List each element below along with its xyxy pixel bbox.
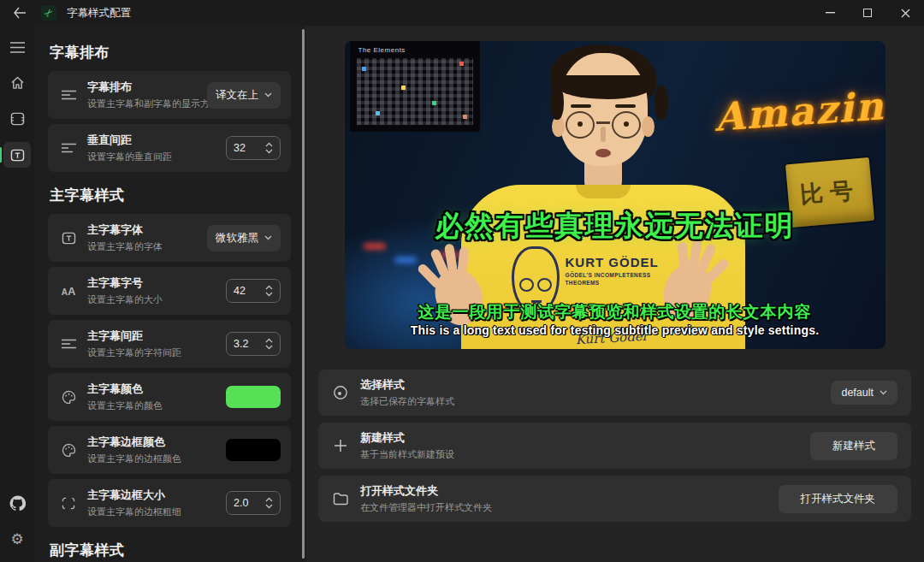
- back-arrow-icon: [13, 7, 27, 19]
- main-font-size-stepper[interactable]: 42: [226, 279, 281, 303]
- stepper-chevrons-icon[interactable]: [265, 338, 273, 350]
- setting-desc: 设置主字幕的边框粗细: [87, 506, 217, 518]
- shirt-print-text: KURT GÖDEL GÖDEL'S INCOMPLETENESS THEORE…: [566, 255, 659, 286]
- settings-panel: 字幕排布 字幕排布 设置主字幕和副字幕的显示方式 译文在上: [34, 26, 306, 562]
- close-button[interactable]: [886, 0, 924, 26]
- stepper-chevrons-icon[interactable]: [265, 497, 273, 509]
- setting-title: 字幕排布: [87, 80, 198, 95]
- setting-title: 主字幕字号: [87, 275, 217, 291]
- setting-main-border-size: 主字幕边框大小 设置主字幕的边框粗细 2.0: [48, 479, 291, 527]
- menu-button[interactable]: [3, 34, 31, 60]
- setting-desc: 设置主字幕的边框颜色: [87, 453, 217, 465]
- presenter-hair-lock: [550, 86, 564, 120]
- style-target-icon: [332, 385, 349, 400]
- row-desc: 基于当前样式新建预设: [360, 448, 454, 461]
- subtitle-secondary: 这是一段用于测试字幕预览和样式设置的长文本内容: [345, 301, 886, 323]
- setting-title: 主字幕字体: [87, 222, 198, 238]
- row-title: 打开样式文件夹: [360, 483, 492, 499]
- back-button[interactable]: [10, 3, 29, 22]
- setting-title: 主字幕边框大小: [87, 488, 217, 503]
- active-indicator: [0, 147, 2, 163]
- font-family-box-icon: [58, 232, 79, 245]
- new-style-button[interactable]: 新建样式: [810, 432, 897, 460]
- vertical-spacing-icon: [58, 143, 79, 153]
- stepper-value: 3.2: [234, 338, 248, 350]
- stepper-value: 42: [234, 285, 246, 297]
- app-logo-icon: ✂: [41, 5, 56, 21]
- nav-home[interactable]: [3, 70, 31, 96]
- window-title: 字幕样式配置: [67, 6, 131, 21]
- select-value: 微软雅黑: [216, 231, 258, 246]
- row-desc: 在文件管理器中打开样式文件夹: [360, 501, 492, 514]
- github-icon: [9, 495, 26, 512]
- stepper-value: 32: [234, 142, 246, 154]
- maximize-icon: [863, 9, 872, 17]
- setting-desc: 设置主字幕的大小: [87, 293, 217, 306]
- section-subtitle-arrangement: 字幕排布: [50, 43, 291, 62]
- nav-subtitle-style[interactable]: [3, 142, 31, 168]
- setting-desc: 设置主字幕和副字幕的显示方式: [87, 98, 198, 110]
- settings-button[interactable]: ⚙: [3, 526, 31, 552]
- main-area: The Elements Amazin 比号: [306, 26, 924, 562]
- titlebar: ✂ 字幕样式配置: [0, 0, 924, 26]
- main-border-size-stepper[interactable]: 2.0: [226, 491, 281, 515]
- nav-media[interactable]: [3, 106, 31, 132]
- github-link[interactable]: [3, 490, 31, 516]
- chevron-down-icon: [880, 390, 887, 395]
- setting-title: 垂直间距: [87, 133, 217, 148]
- gear-icon: ⚙: [10, 532, 23, 547]
- section-secondary-subtitle-style: 副字幕样式: [50, 541, 291, 560]
- stepper-chevrons-icon[interactable]: [265, 285, 273, 297]
- setting-desc: 设置主字幕的颜色: [87, 399, 217, 412]
- style-actions: 选择样式 选择已保存的字幕样式 default 新建样式 基于当前样式新建预设: [318, 370, 911, 522]
- nav-rail: ⚙: [0, 26, 34, 562]
- setting-main-color: 主字幕颜色 设置主字幕的颜色: [48, 373, 291, 421]
- video-preview: The Elements Amazin 比号: [345, 41, 886, 349]
- border-frame-icon: [58, 497, 79, 510]
- subtitle-text-icon: [10, 149, 25, 162]
- style-select-dropdown[interactable]: default: [831, 381, 897, 405]
- row-select-style: 选择样式 选择已保存的字幕样式 default: [318, 370, 911, 416]
- setting-main-letter-spacing: 主字幕间距 设置主字幕的字符间距 3.2: [48, 320, 291, 368]
- setting-vertical-spacing: 垂直间距 设置字幕的垂直间距 32: [48, 124, 291, 172]
- setting-desc: 设置字幕的垂直间距: [87, 151, 217, 163]
- stepper-value: 2.0: [234, 497, 248, 509]
- setting-desc: 设置主字幕的字体: [87, 240, 198, 253]
- open-style-folder-button[interactable]: 打开样式文件夹: [779, 485, 898, 513]
- home-icon: [10, 76, 25, 90]
- row-open-style-folder: 打开样式文件夹 在文件管理器中打开样式文件夹 打开样式文件夹: [318, 476, 911, 522]
- minimize-icon: [826, 12, 835, 14]
- plus-icon: [332, 439, 349, 453]
- stepper-chevrons-icon[interactable]: [265, 142, 273, 154]
- arrangement-select[interactable]: 译文在上: [207, 82, 281, 109]
- letter-spacing-icon: [58, 339, 79, 349]
- setting-main-border-color: 主字幕边框颜色 设置主字幕的边框颜色: [48, 426, 291, 474]
- main-letter-spacing-stepper[interactable]: 3.2: [226, 332, 281, 356]
- font-size-aa-icon: AA: [58, 285, 79, 298]
- main-font-select[interactable]: 微软雅黑: [207, 225, 281, 251]
- setting-title: 主字幕颜色: [87, 382, 217, 397]
- maximize-button[interactable]: [849, 0, 886, 26]
- palette-icon: [58, 390, 79, 404]
- main-color-swatch[interactable]: [226, 386, 281, 408]
- folder-icon: [332, 492, 349, 506]
- panel-scrollbar[interactable]: [302, 29, 305, 559]
- select-value: 译文在上: [216, 88, 258, 103]
- row-desc: 选择已保存的字幕样式: [360, 395, 454, 408]
- presenter-face: [559, 53, 648, 166]
- close-icon: [901, 9, 910, 18]
- minimize-button[interactable]: [811, 0, 849, 26]
- row-title: 选择样式: [360, 377, 454, 393]
- vertical-spacing-stepper[interactable]: 32: [226, 136, 281, 160]
- setting-main-font-size: AA 主字幕字号 设置主字幕的大小 42: [48, 267, 291, 315]
- row-title: 新建样式: [360, 430, 454, 446]
- chevron-down-icon: [264, 235, 272, 240]
- presenter-hair-lock: [654, 86, 668, 120]
- main-border-color-swatch[interactable]: [226, 439, 281, 461]
- presenter-collar: [576, 185, 631, 198]
- subtitle-main: 必然有些真理永远无法证明: [345, 207, 886, 246]
- shirt-print-line3: THEOREMS: [566, 280, 659, 286]
- palette-icon: [58, 443, 79, 457]
- shirt-print-line1: KURT GÖDEL: [566, 255, 659, 269]
- setting-subtitle-arrangement: 字幕排布 设置主字幕和副字幕的显示方式 译文在上: [48, 71, 291, 119]
